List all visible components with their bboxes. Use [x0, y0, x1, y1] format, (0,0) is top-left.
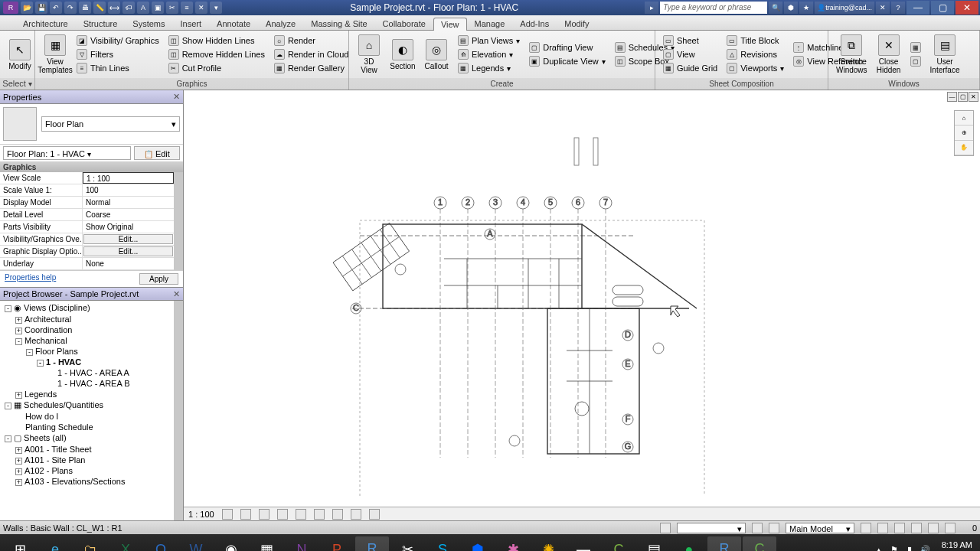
qat-undo-icon[interactable]: ↶: [50, 2, 62, 14]
ribbon-tab-manage[interactable]: Manage: [467, 17, 513, 30]
select-links-icon[interactable]: [861, 523, 871, 533]
close-button[interactable]: ✕: [956, 1, 978, 15]
qat-thin-icon[interactable]: ≡: [181, 2, 193, 14]
signin-label[interactable]: 👤training@cad...: [815, 2, 874, 14]
property-value[interactable]: Edit...: [83, 246, 173, 256]
maximize-button[interactable]: ▢: [931, 1, 954, 15]
property-row[interactable]: Graphic Display Optio...Edit...: [0, 246, 174, 258]
edit-type-button[interactable]: 📋 Edit Type: [134, 146, 180, 160]
sheet-button[interactable]: ▭Sheet: [660, 34, 720, 47]
app5-icon[interactable]: ▤: [637, 536, 671, 551]
tree-expander-icon[interactable]: -: [5, 305, 11, 312]
property-value[interactable]: 100: [83, 184, 174, 196]
property-row[interactable]: Display ModelNormal: [0, 197, 174, 209]
property-value[interactable]: Coarse: [83, 209, 174, 220]
tree-expander-icon[interactable]: +: [15, 479, 22, 486]
tree-node[interactable]: +Legends: [0, 389, 174, 399]
remove-hidden-button[interactable]: ◫Remove Hidden Lines: [165, 48, 268, 60]
user-interface-button[interactable]: ▤User Interface: [927, 33, 963, 76]
tree-expander-icon[interactable]: +: [15, 328, 22, 334]
app-menu-button[interactable]: R: [3, 2, 18, 14]
tree-node[interactable]: +A103 - Elevations/Sections: [0, 476, 174, 487]
callout-button[interactable]: ◎Callout: [421, 37, 452, 72]
property-row[interactable]: Visibility/Graphics Ove...Edit...: [0, 233, 174, 246]
ribbon-tab-modify[interactable]: Modify: [557, 17, 596, 30]
tree-node[interactable]: -▦ Schedules/Quantities: [0, 399, 174, 411]
app2-icon[interactable]: ✺: [531, 536, 565, 551]
design-option-selector[interactable]: Main Model▾: [786, 523, 854, 533]
tree-scrollbar[interactable]: [174, 308, 183, 385]
tray-sound-icon[interactable]: 🔊: [920, 544, 930, 551]
ribbon-tab-view[interactable]: View: [433, 18, 467, 31]
apply-button[interactable]: Apply: [139, 273, 178, 285]
qat-print-icon[interactable]: 🖶: [79, 2, 91, 14]
drawing-canvas[interactable]: — ▢ ✕ ⌂⊕✋ 1234567 A C D E F G: [184, 90, 980, 520]
chrome-icon[interactable]: ◉: [214, 536, 248, 551]
qat-open-icon[interactable]: 📂: [21, 2, 33, 14]
qat-section-icon[interactable]: ✂: [166, 2, 178, 14]
render-button[interactable]: ☼Render: [271, 34, 352, 47]
tree-expander-icon[interactable]: -: [37, 360, 44, 367]
qat-text-icon[interactable]: A: [137, 2, 149, 14]
tree-expander-icon[interactable]: -: [26, 349, 33, 356]
instance-selector[interactable]: Floor Plan: 1 - HVAC ▾: [3, 146, 131, 160]
switch-windows-button[interactable]: ⧉Switch Windows: [833, 33, 871, 76]
ribbon-tab-analyze[interactable]: Analyze: [258, 17, 303, 30]
tray-up-icon[interactable]: ▴: [874, 544, 884, 551]
section-button[interactable]: ◐Section: [387, 37, 418, 72]
elevation-button[interactable]: ⟰Elevation ▾: [455, 48, 523, 60]
tree-node[interactable]: +A101 - Site Plan: [0, 455, 174, 465]
tree-node[interactable]: -Mechanical: [0, 335, 174, 346]
crop-icon[interactable]: [296, 509, 306, 520]
select-pinned-icon[interactable]: [894, 523, 905, 533]
ribbon-tab-insert[interactable]: Insert: [173, 17, 210, 30]
revit-icon[interactable]: R: [355, 536, 389, 551]
app4-icon[interactable]: C: [602, 536, 635, 551]
calc-icon[interactable]: ▦: [250, 536, 283, 551]
property-value[interactable]: None: [83, 258, 174, 269]
view-templates-button[interactable]: ▦ View Templates: [40, 33, 70, 76]
crop-show-icon[interactable]: [314, 509, 325, 520]
type-selector[interactable]: Floor Plan▾: [41, 116, 180, 132]
tree-node[interactable]: 1 - HVAC - AREA A: [0, 367, 174, 378]
camtasia-icon[interactable]: C: [743, 536, 776, 551]
tray-net-icon[interactable]: ▮: [904, 544, 915, 551]
qat-redo-icon[interactable]: ↷: [64, 2, 77, 14]
tree-expander-icon[interactable]: -: [15, 338, 22, 345]
dropbox-icon[interactable]: ⬢: [461, 536, 495, 551]
tree-node[interactable]: -▢ Sheets (all): [0, 432, 174, 444]
ie-icon[interactable]: e: [38, 536, 72, 551]
tree-node[interactable]: -◉ Views (Discipline): [0, 302, 174, 314]
tree-expander-icon[interactable]: +: [15, 468, 22, 475]
shadows-icon[interactable]: [277, 509, 288, 520]
tile-icon[interactable]: ▦: [907, 41, 924, 54]
lock-icon[interactable]: [332, 509, 343, 520]
ribbon-tab-annotate[interactable]: Annotate: [209, 17, 258, 30]
revit2-icon[interactable]: R: [707, 536, 741, 551]
thin-lines-button[interactable]: ≡Thin Lines: [74, 62, 162, 74]
properties-close-icon[interactable]: ✕: [173, 92, 180, 102]
properties-help-link[interactable]: Properties help: [5, 273, 56, 285]
tree-node[interactable]: 1 - HVAC - AREA B: [0, 378, 174, 389]
skype-icon[interactable]: S: [426, 536, 459, 551]
tree-expander-icon[interactable]: +: [15, 458, 22, 465]
tree-node[interactable]: +A001 - Title Sheet: [0, 444, 174, 455]
show-hidden-button[interactable]: ◫Show Hidden Lines: [165, 34, 268, 47]
subscription-icon[interactable]: ⬢: [784, 2, 798, 14]
drafting-view-button[interactable]: ▢Drafting View: [526, 41, 609, 54]
explorer-icon[interactable]: 🗂: [74, 536, 107, 551]
tray-time[interactable]: 8:19 AM: [935, 540, 972, 549]
ribbon-tab-collaborate[interactable]: Collaborate: [375, 17, 433, 30]
plan-views-button[interactable]: ▤Plan Views ▾: [455, 34, 523, 47]
view-button[interactable]: ▢View: [660, 48, 720, 60]
temp-hide-icon[interactable]: [351, 509, 361, 520]
visual-style-icon[interactable]: [240, 509, 251, 520]
render-gallery-button[interactable]: ▦Render Gallery: [271, 62, 352, 74]
canvas-close-icon[interactable]: ✕: [969, 92, 978, 102]
canvas-max-icon[interactable]: ▢: [958, 92, 968, 102]
canvas-min-icon[interactable]: —: [947, 92, 957, 102]
qat-save-icon[interactable]: 💾: [35, 2, 47, 14]
exchange-icon[interactable]: ✕: [876, 2, 890, 14]
tree-node[interactable]: Planting Schedule: [0, 422, 174, 432]
revisions-button[interactable]: △Revisions: [724, 48, 787, 60]
